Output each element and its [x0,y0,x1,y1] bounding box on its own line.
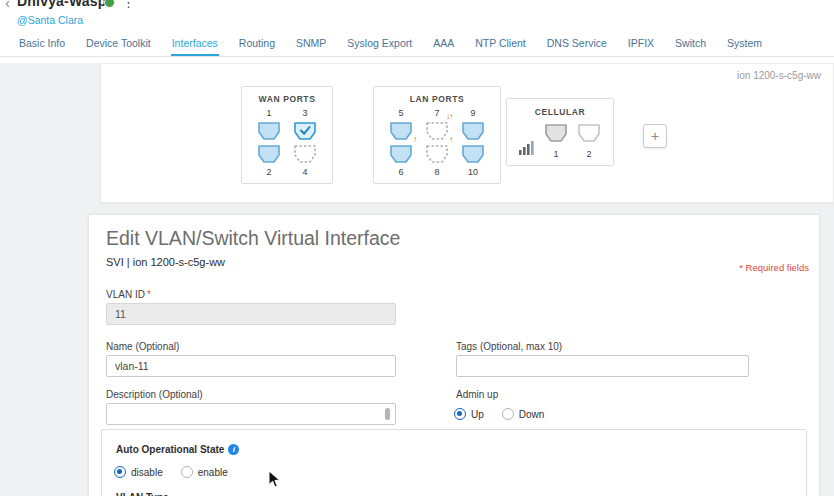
port-up-arrow-icon: ↑ [413,136,416,144]
online-status-icon [104,0,115,8]
port-number: 6 [398,167,403,177]
radio-enable[interactable]: enable [181,466,228,478]
auto-operational-state-radio-group: disableenable [114,466,228,478]
radio-label: disable [131,467,163,478]
tab-ntp-client[interactable]: NTP Client [474,32,527,56]
port-number: 1 [544,149,568,159]
cellular-port-1[interactable]: 1 [544,123,568,159]
wan-port-grid: 1324 [256,108,318,177]
lan-port-5[interactable] [389,121,413,141]
kebab-menu-icon[interactable]: ⋮ [122,0,135,10]
tab-aaa[interactable]: AAA [432,32,455,56]
lan-ports-title: LAN PORTS [388,94,486,104]
port-number: 9 [470,108,475,118]
port-icon [461,144,485,164]
tab-dns-service[interactable]: DNS Service [546,32,608,56]
cellular-group: CELLULAR 12 [506,98,614,166]
tab-syslog-export[interactable]: Syslog Export [346,32,413,56]
port-number: 2 [266,167,271,177]
top-bar: ‹ Dhivya-Wasp ⋮ @Santa Clara [0,0,834,32]
tab-interfaces[interactable]: Interfaces [171,32,219,56]
cellular-title: CELLULAR [519,107,601,117]
radio-circle-icon [454,408,466,420]
admin-up-label: Admin up [456,389,498,400]
lan-port-9[interactable] [461,121,485,141]
port-icon [293,144,317,164]
port-icon [257,121,281,141]
radio-label: enable [198,467,228,478]
port-number: 8 [434,167,439,177]
wan-port-1[interactable] [257,121,281,141]
device-name-heading: Dhivya-Wasp [17,0,107,9]
form-subtitle: SVI | ion 1200-s-c5g-ww [106,256,225,268]
radio-circle-icon [181,466,193,478]
radio-down[interactable]: Down [502,408,545,420]
add-interface-button[interactable]: + [643,124,667,148]
required-asterisk: * [147,289,151,300]
port-number: 2 [577,149,601,159]
port-icon [389,121,413,141]
wan-ports-group: WAN PORTS 1324 [241,86,333,184]
form-title: Edit VLAN/Switch Virtual Interface [106,227,400,250]
port-icon [461,121,485,141]
name-input[interactable] [106,355,396,377]
radio-up[interactable]: Up [454,408,484,420]
back-chevron-icon[interactable]: ‹ [5,0,10,11]
port-number: 7 [434,108,439,118]
port-updown-arrows-icon: ↓↑ [446,113,452,121]
wan-port-4[interactable] [293,144,317,164]
port-icon [425,121,449,141]
vlan-id-input[interactable] [106,303,396,325]
cellular-port-2[interactable]: 2 [577,123,601,159]
port-icon [389,144,413,164]
cellular-ports: 12 [544,123,601,159]
port-number: 4 [302,167,307,177]
tab-ipfix[interactable]: IPFIX [627,32,655,56]
radio-circle-icon [114,466,126,478]
lan-port-8[interactable]: ↑ [425,144,449,164]
auto-operational-state-box: Auto Operational State i disableenable V… [101,429,807,496]
lan-port-7[interactable]: ↓↑ [425,121,449,141]
port-icon [257,144,281,164]
tab-snmp[interactable]: SNMP [295,32,327,56]
info-icon[interactable]: i [228,444,239,455]
tab-basic-info[interactable]: Basic Info [18,32,66,56]
signal-bars-icon [519,139,535,159]
device-model-label: ion 1200-s-c5g-ww [737,70,821,81]
tags-input[interactable] [456,355,749,377]
name-label: Name (Optional) [106,341,179,352]
tags-label: Tags (Optional, max 10) [456,341,562,352]
tab-device-toolkit[interactable]: Device Toolkit [85,32,152,56]
admin-up-radio-group: UpDown [454,408,544,420]
wan-port-3[interactable] [293,121,317,141]
drag-handle-icon[interactable] [385,408,390,420]
tab-routing[interactable]: Routing [238,32,276,56]
content-area: ion 1200-s-c5g-ww WAN PORTS 1324 LAN POR… [0,57,834,496]
device-panel: ion 1200-s-c5g-ww WAN PORTS 1324 LAN POR… [100,63,834,203]
port-icon [425,144,449,164]
radio-label: Up [471,409,484,420]
port-number: 3 [302,108,307,118]
vlan-id-label: VLAN ID* [106,289,151,300]
lan-port-10[interactable] [461,144,485,164]
port-icon [544,123,568,143]
description-input[interactable] [106,403,396,425]
wan-ports-title: WAN PORTS [256,94,318,104]
tab-system[interactable]: System [726,32,763,56]
tab-switch[interactable]: Switch [674,32,707,56]
tab-bar: Basic InfoDevice ToolkitInterfacesRoutin… [0,32,834,57]
edit-vlan-form: Edit VLAN/Switch Virtual Interface SVI |… [88,214,820,496]
radio-label: Down [519,409,545,420]
lan-port-6[interactable]: ↑ [389,144,413,164]
description-field-wrap [106,403,396,425]
vlan-type-label: VLAN Type [116,492,169,496]
port-number: 1 [266,108,271,118]
lan-port-grid: 579↓↑↑↑6810 [388,108,486,177]
description-label: Description (Optional) [106,389,203,400]
radio-disable[interactable]: disable [114,466,163,478]
wan-port-2[interactable] [257,144,281,164]
radio-circle-icon [502,408,514,420]
port-icon [293,121,317,141]
port-up-arrow-icon: ↑ [449,136,452,144]
site-link[interactable]: @Santa Clara [17,14,83,26]
